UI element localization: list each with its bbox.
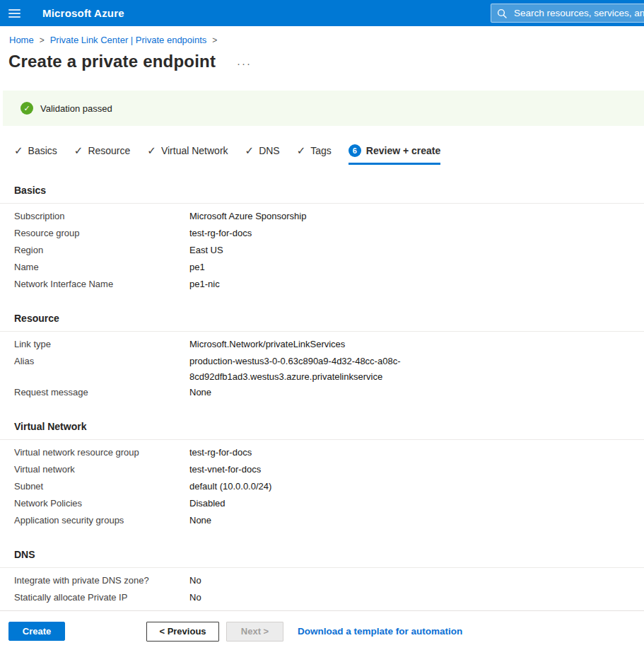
tab-label: Review + create: [366, 145, 440, 156]
review-row: Resource group test-rg-for-docs: [0, 225, 644, 242]
row-value: production-westus3-0-0.63c890a9-4d32-48c…: [189, 353, 410, 384]
search-icon: [497, 8, 507, 18]
tab-label: Virtual Network: [161, 145, 228, 156]
check-icon: ✓: [245, 144, 254, 157]
row-label: Statically allocate Private IP: [14, 589, 189, 606]
row-label: Alias: [14, 353, 189, 384]
review-row: Name pe1: [0, 259, 644, 276]
page-title-row: Create a private endpoint ···: [0, 52, 644, 71]
breadcrumb-separator: >: [40, 35, 45, 45]
review-content: Basics Subscription Microsoft Azure Spon…: [0, 185, 644, 650]
section-virtual-network: Virtual Network Virtual network resource…: [0, 421, 644, 529]
row-label: Virtual network: [14, 461, 189, 478]
review-row: Region East US: [0, 242, 644, 259]
row-value: None: [189, 512, 211, 529]
row-value: Microsoft.Network/privateLinkServices: [189, 336, 345, 353]
row-value: Disabled: [189, 495, 226, 512]
row-label: Application security groups: [14, 512, 189, 529]
row-value: East US: [189, 242, 223, 259]
row-value: test-rg-for-docs: [189, 444, 252, 461]
row-value: test-vnet-for-docs: [189, 461, 261, 478]
row-label: Resource group: [14, 225, 189, 242]
section-basics: Basics Subscription Microsoft Azure Spon…: [0, 185, 644, 293]
tab-label: DNS: [259, 145, 280, 156]
create-button[interactable]: Create: [8, 622, 65, 641]
row-label: Region: [14, 242, 189, 259]
row-label: Integrate with private DNS zone?: [14, 572, 189, 589]
section-divider: [0, 203, 644, 204]
section-divider: [0, 567, 644, 568]
row-label: Subnet: [14, 478, 189, 495]
review-row: Virtual network test-vnet-for-docs: [0, 461, 644, 478]
row-value: pe1-nic: [189, 276, 220, 293]
hamburger-menu-icon[interactable]: [0, 0, 28, 26]
check-icon: ✓: [14, 144, 23, 157]
validation-success-banner: ✓ Validation passed: [3, 91, 644, 126]
row-label: Subscription: [14, 208, 189, 225]
tab-virtual-network[interactable]: ✓ Virtual Network: [147, 144, 228, 165]
global-search-box[interactable]: [491, 4, 644, 23]
tab-basics[interactable]: ✓ Basics: [14, 144, 57, 165]
azure-logo-text[interactable]: Microsoft Azure: [42, 7, 124, 19]
section-title: Virtual Network: [0, 421, 644, 439]
check-icon: ✓: [74, 144, 83, 157]
review-row: Subnet default (10.0.0.0/24): [0, 478, 644, 495]
wizard-footer: Create < Previous Next > Download a temp…: [0, 610, 644, 650]
section-title: Basics: [0, 185, 644, 203]
breadcrumb-parent-link[interactable]: Private Link Center | Private endpoints: [50, 35, 207, 45]
review-row: Request message None: [0, 384, 644, 401]
breadcrumb-home-link[interactable]: Home: [9, 35, 34, 45]
row-label: Link type: [14, 336, 189, 353]
row-label: Network Policies: [14, 495, 189, 512]
section-divider: [0, 439, 644, 440]
tab-label: Resource: [88, 145, 130, 156]
row-label: Network Interface Name: [14, 276, 189, 293]
breadcrumb: Home > Private Link Center | Private end…: [0, 26, 644, 45]
section-dns: DNS Integrate with private DNS zone? No …: [0, 549, 644, 606]
azure-top-bar: Microsoft Azure: [0, 0, 644, 26]
validation-message: Validation passed: [40, 103, 112, 114]
page-title: Create a private endpoint: [8, 52, 216, 71]
review-row: Network Interface Name pe1-nic: [0, 276, 644, 293]
review-row: Integrate with private DNS zone? No: [0, 572, 644, 589]
review-row: Statically allocate Private IP No: [0, 589, 644, 606]
tab-tags[interactable]: ✓ Tags: [297, 144, 332, 165]
tab-label: Basics: [28, 145, 57, 156]
review-row: Subscription Microsoft Azure Sponsorship: [0, 208, 644, 225]
previous-button[interactable]: < Previous: [146, 622, 219, 642]
review-row: Application security groups None: [0, 512, 644, 529]
check-icon: ✓: [297, 144, 306, 157]
breadcrumb-separator: >: [212, 35, 217, 45]
search-input[interactable]: [513, 7, 644, 19]
check-icon: ✓: [147, 144, 156, 157]
step-number-badge: 6: [349, 144, 361, 157]
review-row: Link type Microsoft.Network/privateLinkS…: [0, 336, 644, 353]
wizard-tabs: ✓ Basics ✓ Resource ✓ Virtual Network ✓ …: [14, 144, 644, 165]
tab-label: Tags: [310, 145, 332, 156]
tab-review-create[interactable]: 6 Review + create: [349, 144, 440, 165]
success-check-icon: ✓: [21, 102, 33, 115]
row-value: No: [189, 589, 201, 606]
row-label: Virtual network resource group: [14, 444, 189, 461]
row-value: Microsoft Azure Sponsorship: [189, 208, 306, 225]
row-value: None: [189, 384, 211, 401]
row-value: default (10.0.0.0/24): [189, 478, 271, 495]
section-resource: Resource Link type Microsoft.Network/pri…: [0, 313, 644, 401]
download-template-link[interactable]: Download a template for automation: [298, 626, 462, 637]
row-value: No: [189, 572, 201, 589]
section-title: Resource: [0, 313, 644, 331]
section-divider: [0, 331, 644, 332]
tab-resource[interactable]: ✓ Resource: [74, 144, 131, 165]
row-label: Request message: [14, 384, 189, 401]
tab-dns[interactable]: ✓ DNS: [245, 144, 280, 165]
section-title: DNS: [0, 549, 644, 567]
row-label: Name: [14, 259, 189, 276]
row-value: test-rg-for-docs: [189, 225, 252, 242]
row-value: pe1: [189, 259, 205, 276]
review-row: Alias production-westus3-0-0.63c890a9-4d…: [0, 353, 644, 384]
more-options-icon[interactable]: ···: [237, 56, 252, 67]
review-row: Virtual network resource group test-rg-f…: [0, 444, 644, 461]
review-row: Network Policies Disabled: [0, 495, 644, 512]
next-button: Next >: [226, 622, 283, 642]
